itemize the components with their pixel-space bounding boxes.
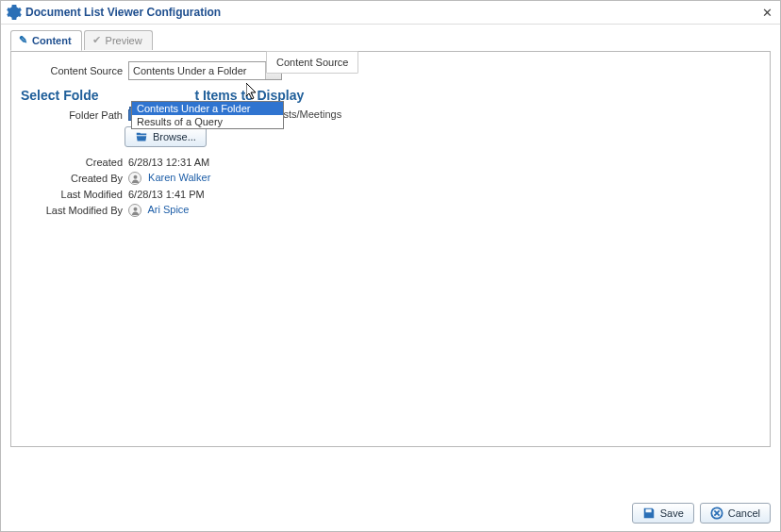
last-modified-by-link[interactable]: Ari Spice: [147, 204, 189, 215]
created-value: 6/28/13 12:31 AM: [128, 157, 209, 168]
tab-content[interactable]: ✎ Content: [10, 30, 82, 51]
created-by-label: Created By: [15, 173, 128, 184]
check-icon: ✔: [92, 34, 101, 46]
created-by-row: Created By Karen Walker: [11, 170, 770, 187]
cancel-button[interactable]: Cancel: [700, 503, 771, 524]
created-by-link[interactable]: Karen Walker: [148, 172, 210, 183]
cancel-icon: [710, 507, 723, 520]
browse-label: Browse...: [153, 131, 196, 142]
cancel-label: Cancel: [728, 507, 760, 519]
dialog-window: Document List Viewer Configuration ✕ ✎ C…: [0, 0, 781, 532]
content-source-select[interactable]: Contents Under a Folder: [128, 61, 282, 80]
dropdown-option[interactable]: Contents Under a Folder: [132, 102, 283, 115]
tabs: ✎ Content ✔ Preview: [10, 30, 771, 50]
last-modified-by-row: Last Modified By Ari Spice: [11, 202, 770, 219]
content-source-dropdown[interactable]: Contents Under a Folder Results of a Que…: [131, 101, 284, 129]
tab-content-label: Content: [32, 35, 72, 46]
save-label: Save: [660, 507, 684, 519]
last-modified-by-label: Last Modified By: [15, 205, 128, 216]
titlebar: Document List Viewer Configuration ✕: [1, 1, 780, 25]
last-modified-row: Last Modified 6/28/13 1:41 PM: [11, 187, 770, 202]
tooltip: Content Source: [266, 51, 358, 74]
last-modified-by-value-wrap: Ari Spice: [128, 204, 189, 217]
content-source-row: Content Source Contents Under a Folder: [11, 59, 770, 82]
browse-row: Browse...: [11, 123, 770, 147]
save-button[interactable]: Save: [632, 503, 694, 524]
section-heading: Select Folder and Document Items to Disp…: [11, 82, 770, 107]
browse-button[interactable]: Browse...: [125, 126, 207, 147]
save-icon: [642, 507, 656, 520]
content-source-value: Contents Under a Folder: [129, 65, 265, 76]
svg-point-1: [133, 208, 137, 211]
created-by-value-wrap: Karen Walker: [128, 172, 210, 185]
tab-preview-label: Preview: [106, 35, 142, 46]
last-modified-value: 6/28/13 1:41 PM: [128, 189, 205, 200]
content-area: ✎ Content ✔ Preview Content Source Conte…: [1, 25, 780, 497]
created-row: Created 6/28/13 12:31 AM: [11, 155, 770, 170]
svg-point-0: [133, 175, 137, 178]
dropdown-option[interactable]: Results of a Query: [132, 115, 283, 128]
pencil-icon: ✎: [19, 34, 27, 46]
button-bar: Save Cancel: [1, 497, 780, 531]
last-modified-label: Last Modified: [15, 189, 128, 200]
close-icon[interactable]: ✕: [759, 5, 774, 20]
tab-preview[interactable]: ✔ Preview: [84, 30, 153, 50]
content-source-label: Content Source: [15, 65, 128, 76]
user-icon: [128, 204, 141, 217]
browse-icon: [135, 130, 148, 143]
folder-path-label: Folder Path: [15, 109, 128, 121]
dialog-title: Document List Viewer Configuration: [25, 6, 759, 19]
user-icon: [128, 172, 141, 185]
folder-path-row: Folder Path /WebCenter0113PS7/Philatelis…: [11, 107, 770, 123]
created-label: Created: [15, 157, 128, 168]
gear-icon: [7, 5, 22, 20]
heading-prefix: Select Folde: [21, 88, 98, 103]
tab-body: Content Source Contents Under a Folder S…: [10, 51, 771, 447]
